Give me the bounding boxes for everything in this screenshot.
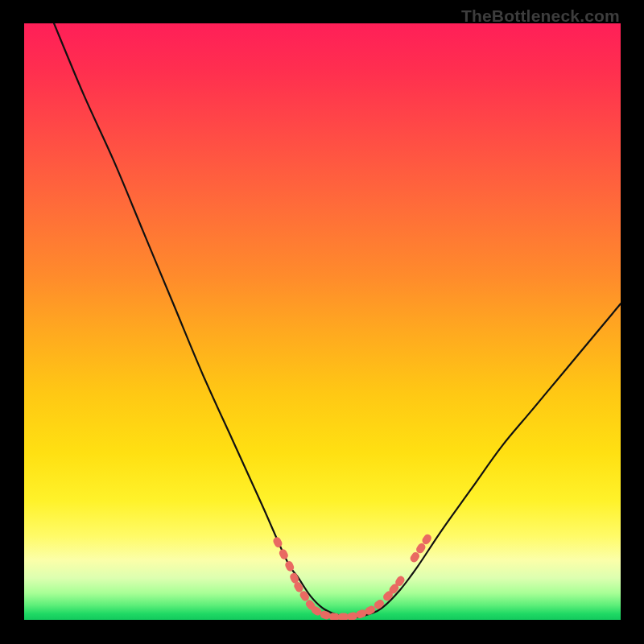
curve-markers: [272, 533, 433, 620]
plot-area: [24, 23, 621, 620]
marker-dot: [272, 536, 283, 549]
svg-rect-0: [272, 536, 283, 549]
watermark-text: TheBottleneck.com: [461, 6, 620, 26]
chart-svg: [24, 23, 621, 620]
bottleneck-curve-path: [54, 23, 621, 617]
svg-rect-1: [278, 548, 289, 561]
bottleneck-curve: [54, 23, 621, 617]
marker-dot: [278, 548, 289, 561]
